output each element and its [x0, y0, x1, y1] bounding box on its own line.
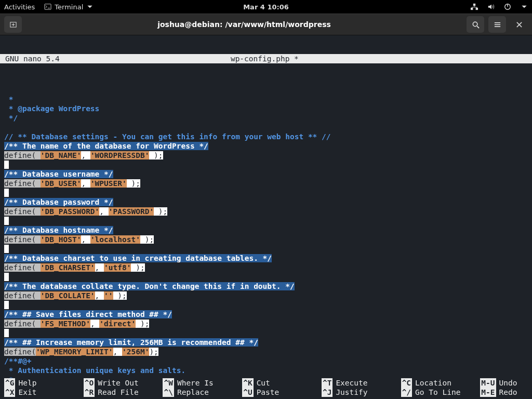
nano-app-name: GNU nano 5.4 — [0, 54, 60, 63]
svg-rect-1 — [471, 8, 473, 10]
nano-statusline: GNU nano 5.4 wp-config.php * — [0, 54, 532, 63]
window-titlebar: joshua@debian: /var/www/html/wordpress — [0, 14, 532, 35]
svg-point-7 — [473, 22, 477, 26]
help-item: ^JJustify — [322, 388, 401, 397]
code-line: * — [4, 95, 13, 103]
svg-rect-2 — [476, 8, 478, 10]
help-item: ^CLocation — [401, 378, 481, 388]
code-line: // ** Database settings - You can get th… — [4, 132, 331, 141]
code-line: * @package WordPress — [4, 104, 99, 113]
help-item: ^TExecute — [322, 378, 401, 388]
nano-help-bar: ^GHelp ^OWrite Out ^WWhere Is ^KCut ^TEx… — [0, 378, 532, 399]
system-status-area[interactable] — [471, 3, 528, 10]
code-line: * Authentication unique keys and salts. — [4, 366, 185, 375]
close-icon — [516, 21, 523, 28]
volume-icon — [487, 3, 495, 10]
window-title: joshua@debian: /var/www/html/wordpress — [157, 20, 331, 29]
svg-rect-0 — [45, 4, 51, 10]
terminal-icon — [44, 3, 51, 10]
hamburger-menu-button[interactable] — [488, 16, 506, 33]
editor-content[interactable]: * * @package WordPress */ // ** Database… — [0, 82, 532, 399]
help-item: ^KCut — [242, 378, 322, 388]
help-item: ^/Go To Line — [401, 388, 481, 397]
svg-line-8 — [477, 26, 479, 28]
help-item: ^RRead File — [84, 388, 163, 397]
help-item: ^WWhere Is — [163, 378, 242, 388]
help-item: ^OWrite Out — [84, 378, 163, 388]
code-line: /**#@+ — [4, 357, 31, 365]
close-button[interactable] — [510, 16, 528, 33]
chevron-down-icon — [521, 3, 528, 10]
power-icon — [504, 3, 511, 10]
help-item: M-UUndo — [480, 378, 528, 388]
new-tab-button[interactable] — [4, 16, 22, 33]
gnome-topbar: Activities Terminal Mar 4 10:06 — [0, 0, 532, 14]
help-item: M-ERedo — [480, 388, 528, 397]
terminal-menu-label: Terminal — [55, 3, 83, 11]
chevron-down-icon — [86, 3, 94, 10]
help-item: ^GHelp — [4, 378, 84, 388]
search-icon — [472, 21, 480, 29]
terminal-area[interactable]: GNU nano 5.4 wp-config.php * * * @packag… — [0, 35, 532, 399]
help-item: ^UPaste — [242, 388, 322, 397]
hamburger-icon — [494, 21, 501, 29]
activities-button[interactable]: Activities — [4, 3, 35, 11]
new-tab-icon — [9, 21, 17, 29]
search-button[interactable] — [467, 16, 484, 33]
nano-filename: wp-config.php * — [60, 54, 470, 63]
terminal-app-menu[interactable]: Terminal — [44, 3, 94, 11]
svg-rect-3 — [473, 4, 475, 6]
help-item: ^\Replace — [163, 388, 242, 397]
code-line: */ — [4, 114, 18, 122]
help-item: ^XExit — [4, 388, 84, 397]
network-icon — [471, 3, 478, 10]
